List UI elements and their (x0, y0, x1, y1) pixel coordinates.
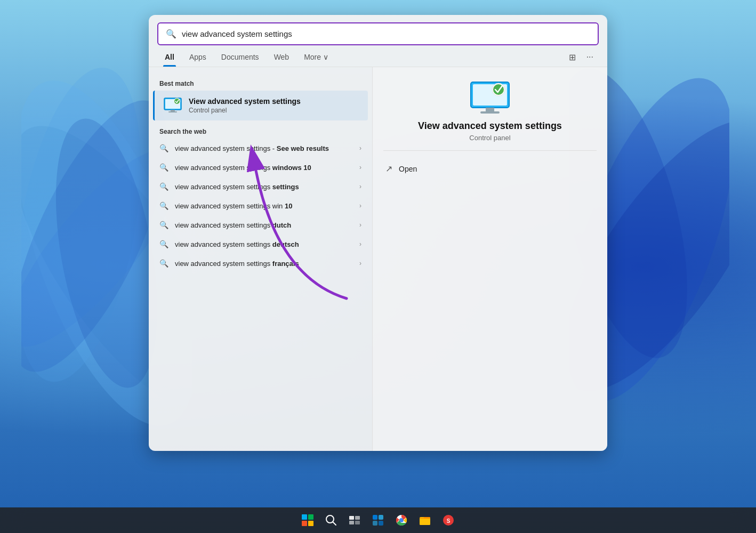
taskbar-search-icon (325, 514, 337, 526)
search-icon: 🔍 (166, 29, 176, 39)
taskbar: S (0, 507, 756, 533)
monitor-icon (163, 96, 182, 115)
svg-rect-24 (349, 516, 354, 520)
tab-all[interactable]: All (157, 47, 182, 67)
tabs-row: All Apps Documents Web More ∨ ⊞ ··· (149, 47, 607, 67)
tab-web[interactable]: Web (267, 47, 297, 67)
svg-rect-12 (168, 111, 177, 112)
web-search-icon-7: 🔍 (159, 259, 168, 268)
best-match-label: Best match (149, 76, 372, 91)
chevron-right-icon-6: › (359, 240, 361, 248)
open-action[interactable]: ↗ Open (383, 159, 597, 178)
web-search-item-1[interactable]: 🔍 view advanced system settings - See we… (149, 139, 372, 158)
right-panel: View advanced system settings Control pa… (373, 67, 607, 451)
open-label: Open (399, 165, 417, 173)
tab-more[interactable]: More ∨ (296, 47, 336, 67)
open-icon: ↗ (385, 164, 392, 174)
best-match-item[interactable]: View advanced system settings Control pa… (153, 91, 368, 120)
taskbar-chrome-button[interactable] (391, 510, 412, 531)
chevron-down-icon: ∨ (323, 53, 328, 61)
chevron-right-icon-3: › (359, 183, 361, 190)
web-search-item-3[interactable]: 🔍 view advanced system settings settings… (149, 177, 372, 196)
web-search-icon-6: 🔍 (159, 240, 168, 248)
best-match-text: View advanced system settings Control pa… (189, 97, 301, 114)
tab-apps[interactable]: Apps (182, 47, 214, 67)
web-search-text-2: view advanced system settings windows 10 (175, 164, 353, 172)
result-title: View advanced system settings (418, 120, 562, 132)
svg-rect-29 (379, 515, 383, 520)
taskbar-taskview-button[interactable] (344, 510, 365, 531)
chevron-right-icon-4: › (359, 202, 361, 209)
web-search-item-2[interactable]: 🔍 view advanced system settings windows … (149, 158, 372, 177)
web-search-item-7[interactable]: 🔍 view advanced system settings français… (149, 254, 372, 273)
svg-line-23 (333, 522, 336, 525)
web-search-text-6: view advanced system settings deutsch (175, 240, 353, 248)
svg-rect-28 (373, 515, 377, 520)
chevron-right-icon-1: › (359, 144, 361, 152)
chevron-right-icon-2: › (359, 164, 361, 171)
web-search-icon-3: 🔍 (159, 182, 168, 191)
web-search-icon-2: 🔍 (159, 163, 168, 172)
web-search-text-3: view advanced system settings settings (175, 183, 353, 191)
svg-rect-18 (480, 111, 500, 114)
web-search-icon-5: 🔍 (159, 221, 168, 229)
svg-rect-31 (379, 521, 383, 526)
left-panel: Best match View advanced system settings (149, 67, 373, 451)
web-search-text-1: view advanced system settings - See web … (175, 144, 353, 152)
svg-rect-17 (486, 108, 494, 112)
web-search-text-5: view advanced system settings dutch (175, 221, 353, 229)
search-input[interactable]: view advanced system settings (182, 29, 590, 38)
taskbar-app6-button[interactable]: S (438, 510, 459, 531)
taskbar-start-button[interactable] (297, 510, 318, 531)
taskbar-explorer-button[interactable] (414, 510, 436, 531)
windows-logo (302, 514, 313, 526)
divider (383, 150, 597, 151)
svg-text:S: S (447, 518, 451, 524)
taskbar-search-button[interactable] (320, 510, 342, 531)
search-panel: 🔍 view advanced system settings All Apps… (149, 15, 607, 451)
chevron-right-icon-5: › (359, 221, 361, 229)
search-web-label: Search the web (149, 120, 372, 139)
more-options-icon[interactable]: ··· (581, 48, 599, 66)
svg-rect-25 (355, 516, 360, 520)
tab-documents[interactable]: Documents (214, 47, 267, 67)
taskbar-widgets-button[interactable] (367, 510, 389, 531)
svg-rect-30 (373, 521, 377, 526)
chevron-right-icon-7: › (359, 260, 361, 267)
best-match-title: View advanced system settings (189, 97, 301, 106)
taskbar-explorer-icon (419, 514, 431, 526)
main-content: Best match View advanced system settings (149, 67, 607, 451)
web-search-item-4[interactable]: 🔍 view advanced system settings win 10 › (149, 196, 372, 215)
search-bar[interactable]: 🔍 view advanced system settings (157, 22, 599, 45)
svg-rect-26 (349, 521, 354, 524)
web-search-item-6[interactable]: 🔍 view advanced system settings deutsch … (149, 235, 372, 254)
taskbar-app6-icon: S (443, 514, 454, 526)
taskbar-chrome-icon (396, 514, 407, 526)
best-match-subtitle: Control panel (189, 107, 301, 114)
web-search-text-4: view advanced system settings win 10 (175, 202, 353, 210)
taskbar-widgets-icon (372, 514, 384, 526)
web-search-icon-1: 🔍 (159, 144, 168, 152)
result-subtitle: Control panel (469, 134, 510, 142)
svg-rect-27 (355, 521, 360, 524)
result-icon-large (469, 78, 511, 120)
search-bar-wrapper: 🔍 view advanced system settings (149, 15, 607, 45)
web-search-item-5[interactable]: 🔍 view advanced system settings dutch › (149, 215, 372, 235)
screen-share-icon[interactable]: ⊞ (564, 48, 581, 67)
taskbar-taskview-icon (349, 514, 360, 526)
web-search-icon-4: 🔍 (159, 201, 168, 210)
web-search-text-7: view advanced system settings français (175, 260, 353, 268)
